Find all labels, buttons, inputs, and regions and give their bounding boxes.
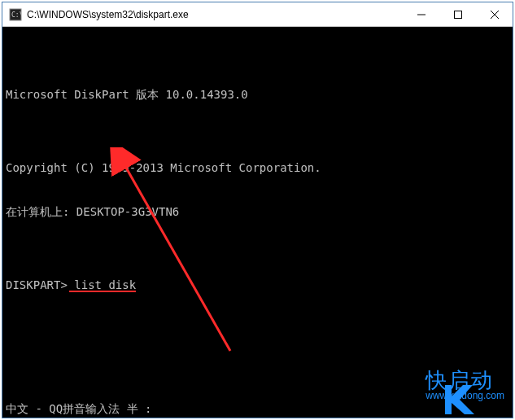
svg-rect-3 [454, 11, 461, 18]
term-version: Microsoft DiskPart 版本 10.0.14393.0 [6, 87, 509, 102]
prompt: DISKPART> [6, 278, 74, 292]
red-arrow-annotation [108, 147, 238, 359]
watermark-logo-icon [385, 367, 421, 403]
app-icon: C:\ [9, 8, 22, 21]
close-button[interactable] [476, 2, 513, 26]
window-title: C:\WINDOWS\system32\diskpart.exe [27, 9, 403, 20]
term-copyright: Copyright (C) 1999-2013 Microsoft Corpor… [6, 160, 509, 175]
prompt-line: DISKPART> list disk [6, 278, 509, 292]
terminal-area[interactable]: Microsoft DiskPart 版本 10.0.14393.0 Copyr… [2, 27, 513, 418]
term-computer: 在计算机上: DESKTOP-3G3VTN6 [6, 204, 509, 219]
svg-text:C:\: C:\ [11, 11, 22, 19]
svg-line-7 [123, 162, 230, 351]
red-underline-annotation [69, 291, 136, 292]
watermark: 快启动 www.kqidong.com [385, 367, 504, 403]
maximize-button[interactable] [439, 2, 476, 26]
ime-status: 中文 - QQ拼音输入法 半 : [6, 401, 151, 416]
window-controls [403, 2, 513, 26]
titlebar[interactable]: C:\ C:\WINDOWS\system32\diskpart.exe [2, 2, 513, 27]
minimize-button[interactable] [403, 2, 439, 26]
diskpart-window: C:\ C:\WINDOWS\system32\diskpart.exe Mic… [2, 2, 513, 418]
